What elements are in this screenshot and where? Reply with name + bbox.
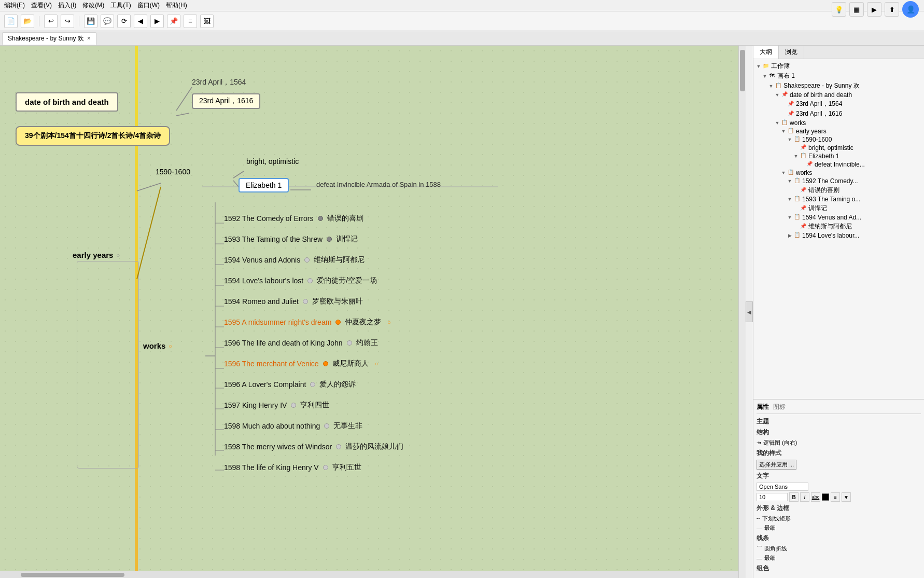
undo-btn[interactable]: ↩ [44,15,58,28]
node-early-years[interactable]: early years ○ [73,251,120,259]
expand-period[interactable]: ▼ [787,137,793,142]
font-name-input[interactable] [757,483,808,491]
work-item-1592[interactable]: 1592 The Comedy of Errors 错误的喜剧 [224,214,363,223]
expand-comedy[interactable]: ▼ [787,178,793,184]
work-item-1597[interactable]: 1597 King Henry IV 亨利四世 [224,401,329,410]
tree-defeat[interactable]: 📌 defeat Invincible... [753,160,924,169]
new-btn[interactable]: 📄 [4,15,18,28]
node-period[interactable]: 1590-1600 [156,168,190,176]
save-btn[interactable]: 💾 [84,15,97,28]
expand-elizabeth[interactable]: ▼ [793,154,799,159]
tree-venus[interactable]: ▼ 📋 1594 Venus and Ad... [753,213,924,222]
active-tab[interactable]: Shakespeare - by Sunny 欢 × [2,32,96,45]
menu-item-modify[interactable]: 修改(M) [82,1,104,10]
expand-taming[interactable]: ▼ [787,197,793,202]
present-icon[interactable]: ▶ [867,2,881,17]
expand-works-top[interactable]: ▼ [774,120,780,126]
tab-close-btn[interactable]: × [87,35,91,42]
menu-item-edit[interactable]: 编辑(E) [4,1,25,10]
expand-early[interactable]: ▼ [780,129,787,134]
work-item-1598-ado[interactable]: 1598 Much ado about nothing 无事生非 [224,421,362,431]
share-icon[interactable]: ⬆ [885,2,899,17]
tree-loves-labour[interactable]: ▶ 📋 1594 Love's labour... [753,231,924,240]
tree-date2[interactable]: 📌 23rd April，1616 [753,109,924,119]
lightbulb-icon[interactable]: 💡 [832,2,846,17]
node-works[interactable]: works ○ [143,341,172,350]
outline-tree: ▼ 📁 工作簿 ▼ 🗺 画布 1 ▼ 📋 Shakespeare - by Su… [753,59,924,399]
tree-taming[interactable]: ▼ 📋 1593 The Taming o... [753,195,924,203]
work-item-1598-merry[interactable]: 1598 The merry wives of Windsor 温莎的风流娘儿们 [224,442,403,451]
underline-btn[interactable]: abc [811,492,820,502]
redo-btn[interactable]: ↪ [61,15,74,28]
align-left-btn[interactable]: ≡ [831,492,840,502]
menu-item-window[interactable]: 窗口(W) [137,1,160,10]
tree-bright[interactable]: 📌 bright, optimistic [753,144,924,152]
work-item-1594-venus[interactable]: 1594 Venus and Adonis 维纳斯与阿都尼 [224,255,365,265]
italic-btn[interactable]: I [800,492,809,502]
panel-collapse-btn[interactable]: ◀ [746,301,753,322]
work-item-1596-complaint[interactable]: 1596 A Lover's Complaint 爱人的怨诉 [224,380,356,389]
tree-works-top[interactable]: ▼ 📋 works [753,119,924,127]
expand-canvas1[interactable]: ▼ [762,74,768,79]
menu-item-help[interactable]: 帮助(H) [166,1,187,10]
work-item-1598-henry[interactable]: 1598 The life of King Henry V 亨利五世 [224,463,361,472]
expand-workspace[interactable]: ▼ [755,64,762,69]
menu-item-view[interactable]: 查看(V) [31,1,52,10]
horizontal-scrollbar[interactable] [0,571,738,578]
section-text: 文字 [757,472,921,480]
tree-main-topic[interactable]: ▼ 📋 Shakespeare - by Sunny 欢 [753,81,924,91]
tree-comedy-cn[interactable]: 📌 错误的喜剧 [753,185,924,195]
tree-date-birth[interactable]: ▼ 📌 date of birth and death [753,91,924,99]
tree-taming-cn[interactable]: 📌 训悍记 [753,203,924,213]
layout-icon[interactable]: ▦ [849,2,864,17]
menu-item-insert[interactable]: 插入(I) [58,1,76,10]
refresh-btn[interactable]: ⟳ [117,15,131,28]
tab-browse[interactable]: 浏览 [779,46,804,59]
work-item-1593[interactable]: 1593 The Taming of the Shrew 训悍记 [224,235,358,244]
vertical-scrollbar[interactable] [738,46,746,578]
node-date-1616[interactable]: 23rd April，1616 [192,93,260,109]
comment-btn[interactable]: 💬 [101,15,114,28]
open-btn[interactable]: 📂 [21,15,34,28]
tree-early-years[interactable]: ▼ 📋 early years [753,127,924,135]
font-size-input[interactable] [757,493,788,501]
tree-comedy[interactable]: ▼ 📋 1592 The Comedy... [753,177,924,185]
pin-btn[interactable]: 📌 [167,15,180,28]
period-icon: 📋 [793,136,801,143]
tree-period[interactable]: ▼ 📋 1590-1600 [753,135,924,144]
work-item-1596-john[interactable]: 1596 The life and death of King John 约翰王 [224,338,378,348]
work-item-1594-romeo[interactable]: 1594 Romeo and Juliet 罗密欧与朱丽叶 [224,297,363,306]
tree-canvas1[interactable]: ▼ 🗺 画布 1 [753,71,924,81]
align-btn[interactable]: ≡ [184,15,197,28]
tree-venus-cn[interactable]: 📌 维纳斯与阿都尼 [753,222,924,231]
expand-works2[interactable]: ▼ [780,170,787,175]
image-btn[interactable]: 🖼 [200,15,214,28]
tree-date1[interactable]: 📌 23rd April，1564 [753,99,924,109]
work-item-1596-venice[interactable]: 1596 The merchant of Venice 威尼斯商人 ○ [224,359,378,368]
bold-btn[interactable]: B [789,492,799,502]
apply-style-btn[interactable]: 选择并应用 ... [757,460,796,470]
user-avatar[interactable]: 👤 [902,1,919,18]
expand-main[interactable]: ▼ [768,84,774,89]
next-btn[interactable]: ▶ [150,15,164,28]
venus-icon: 📋 [793,214,801,221]
node-elizabeth[interactable]: Elizabeth 1 [239,178,289,192]
tree-workspace[interactable]: ▼ 📁 工作簿 [753,61,924,71]
tab-label: Shakespeare - by Sunny 欢 [8,34,84,43]
align-dropdown[interactable]: ▼ [842,492,851,502]
tab-outline[interactable]: 大纲 [753,46,779,59]
node-date-birth-death[interactable]: date of birth and death [16,92,118,112]
expand-date-birth[interactable]: ▼ [774,92,780,98]
tab-properties[interactable]: 属性 [757,403,769,411]
tree-works2[interactable]: ▼ 📋 works [753,169,924,177]
font-color-swatch[interactable] [822,493,829,501]
menu-item-tools[interactable]: 工具(T) [110,1,131,10]
tree-elizabeth[interactable]: ▼ 📋 Elizabeth 1 [753,152,924,160]
expand-venus[interactable]: ▼ [787,215,793,220]
expand-loves[interactable]: ▶ [787,233,793,238]
node-works-count[interactable]: 39个剧本/154首十四行诗/2首长诗/4首杂诗 [16,126,170,146]
work-item-1594-love[interactable]: 1594 Love's labour's lost 爱的徒劳/空爱一场 [224,276,377,285]
tab-icon[interactable]: 图标 [773,403,786,411]
prev-btn[interactable]: ◀ [134,15,147,28]
work-item-1595[interactable]: 1595 A midsummer night's dream 仲夏夜之梦 ○ [224,318,391,327]
